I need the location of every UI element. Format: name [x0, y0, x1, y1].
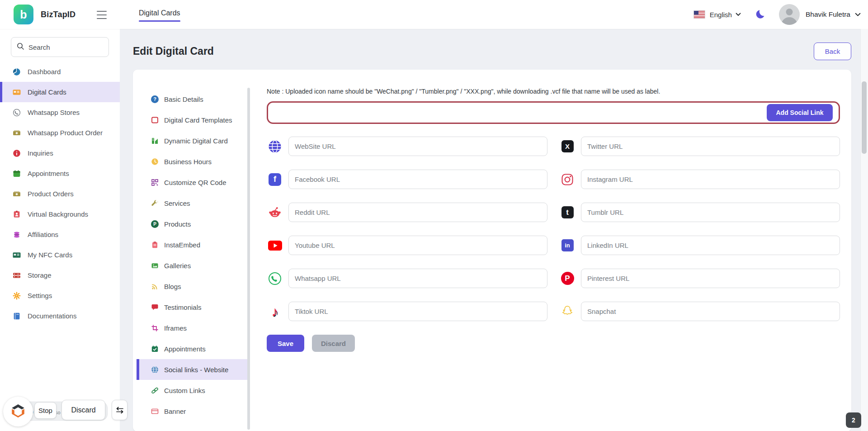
search-input[interactable]: [28, 43, 103, 51]
tab-appointments[interactable]: Appointments: [133, 338, 247, 359]
website-field: [267, 137, 547, 156]
sidebar-item-label: Affiliations: [28, 231, 58, 238]
tab-customize-qr-code[interactable]: Customize QR Code: [133, 172, 247, 193]
sidebar-item-digital-cards[interactable]: Digital Cards: [0, 82, 120, 102]
youtube-field: [267, 236, 547, 255]
back-button[interactable]: Back: [814, 43, 851, 60]
sidebar-item-settings[interactable]: Settings: [0, 285, 120, 306]
chat-bubble-icon: [151, 303, 159, 311]
facebook-icon: f: [267, 173, 283, 186]
top-header: b BizTapID Digital Cards English Bhavik …: [0, 0, 868, 29]
tab-digital-cards[interactable]: Digital Cards: [139, 9, 180, 22]
sidebar-item-whatsapp-stores[interactable]: Whatsapp Stores: [0, 102, 120, 123]
link-icon: [151, 387, 159, 394]
editor-nav-label: InstaEmbed: [164, 241, 200, 249]
sidebar-search[interactable]: [11, 37, 109, 57]
recorder-logo-icon[interactable]: [3, 397, 33, 426]
tab-custom-links[interactable]: Custom Links: [133, 380, 247, 401]
whatsapp-url-input[interactable]: [288, 269, 547, 288]
page-scrollbar-thumb[interactable]: [862, 81, 867, 154]
coins-icon: [13, 231, 21, 239]
linkedin-url-input[interactable]: [581, 236, 840, 255]
social-fields-grid: X f t: [267, 137, 840, 321]
discard-button[interactable]: Discard: [312, 335, 355, 352]
tab-banner[interactable]: Banner: [133, 401, 247, 422]
swap-arrows-icon[interactable]: [112, 400, 127, 420]
editor-nav-label: Blogs: [164, 283, 181, 290]
tumblr-icon: t: [559, 206, 576, 218]
editor-nav-label: Iframes: [164, 324, 187, 332]
editor-nav-label: Basic Details: [164, 95, 203, 103]
tab-instaembed[interactable]: InstaEmbed: [133, 234, 247, 255]
save-button[interactable]: Save: [267, 335, 304, 352]
snapchat-icon: [559, 305, 576, 318]
sidebar-item-documentations[interactable]: Documentations: [0, 306, 120, 326]
tab-blogs[interactable]: Blogs: [133, 276, 247, 297]
editor-content: Note : Uploaded icon name should be "WeC…: [250, 70, 851, 431]
tab-iframes[interactable]: Iframes: [133, 317, 247, 338]
hamburger-menu-icon[interactable]: [97, 11, 108, 19]
sidebar-item-whatsapp-product-order[interactable]: Whatsapp Product Order: [0, 123, 120, 143]
snapchat-input[interactable]: [581, 302, 840, 321]
sidebar-item-appointments[interactable]: Appointments: [0, 163, 120, 184]
pinterest-url-input[interactable]: [581, 269, 840, 288]
language-selector[interactable]: English: [710, 11, 732, 19]
wrench-icon: [151, 199, 159, 207]
social-link-name-input[interactable]: [274, 104, 761, 122]
qr-code-icon: [151, 179, 159, 186]
left-sidebar: Dashboard Digital Cards Whatsapp Stores …: [0, 29, 120, 431]
tab-galleries[interactable]: Galleries: [133, 255, 247, 276]
instagram-url-input[interactable]: [581, 170, 840, 189]
brand-name: BizTapID: [41, 10, 75, 19]
avatar[interactable]: [779, 4, 800, 25]
editor-nav-label: Social links - Website: [164, 366, 228, 374]
tab-digital-card-templates[interactable]: Digital Card Templates: [133, 109, 247, 130]
editor-nav-label: Custom Links: [164, 387, 205, 394]
clock-icon: [151, 158, 159, 166]
sidebar-item-inquiries[interactable]: Inquiries: [0, 143, 120, 163]
sidebar-item-dashboard[interactable]: Dashboard: [0, 62, 120, 82]
sidebar-item-affiliations[interactable]: Affiliations: [0, 224, 120, 245]
youtube-url-input[interactable]: [288, 236, 547, 255]
dynamic-card-icon: [151, 137, 159, 145]
tab-dynamic-digital-card[interactable]: Dynamic Digital Card: [133, 130, 247, 151]
chevron-down-icon[interactable]: [736, 13, 741, 16]
instagram-icon: [559, 173, 576, 186]
editor-nav-label: Business Hours: [164, 158, 212, 166]
tab-services[interactable]: Services: [133, 193, 247, 213]
overlay-discard-button[interactable]: Discard: [61, 400, 105, 420]
sidebar-item-label: Product Orders: [28, 190, 74, 198]
page-title: Edit Digital Card: [133, 45, 214, 57]
tumblr-field: t: [559, 203, 840, 222]
sidebar-item-product-orders[interactable]: Product Orders: [0, 184, 120, 204]
add-social-link-button[interactable]: Add Social Link: [767, 104, 833, 121]
tiktok-url-input[interactable]: [288, 302, 547, 321]
tab-social-links-website[interactable]: Social links - Website: [137, 359, 247, 380]
tab-basic-details[interactable]: ? Basic Details: [133, 89, 247, 109]
sidebar-item-my-nfc-cards[interactable]: My NFC Cards: [0, 245, 120, 265]
tumblr-url-input[interactable]: [581, 203, 840, 222]
tab-products[interactable]: P Products: [133, 213, 247, 234]
user-name[interactable]: Bhavik Fuletra: [806, 10, 850, 19]
sidebar-item-label: Settings: [28, 292, 52, 299]
facebook-url-input[interactable]: [288, 170, 547, 189]
x-twitter-icon: X: [559, 140, 576, 152]
tiktok-icon: ♪: [267, 305, 283, 318]
sidebar-item-storage[interactable]: Storage: [0, 265, 120, 285]
chevron-down-icon[interactable]: [855, 13, 861, 17]
reddit-field: [267, 203, 547, 222]
header-right-cluster: English Bhavik Fuletra: [693, 0, 861, 29]
edit-card-panel: ? Basic Details Digital Card Templates D…: [133, 70, 851, 431]
page-scrollbar-track[interactable]: [860, 29, 868, 431]
tab-testimonials[interactable]: Testimonials: [133, 297, 247, 317]
stop-button[interactable]: Stop: [34, 402, 57, 419]
website-url-input[interactable]: [288, 137, 547, 156]
sidebar-item-virtual-backgrounds[interactable]: Virtual Backgrounds: [0, 204, 120, 224]
facebook-field: f: [267, 170, 547, 189]
twitter-url-input[interactable]: [581, 137, 840, 156]
sidebar-item-label: Whatsapp Stores: [28, 109, 80, 116]
reddit-url-input[interactable]: [288, 203, 547, 222]
tab-business-hours[interactable]: Business Hours: [133, 151, 247, 172]
dark-mode-moon-icon[interactable]: [755, 9, 765, 20]
gallery-icon: [151, 262, 159, 270]
